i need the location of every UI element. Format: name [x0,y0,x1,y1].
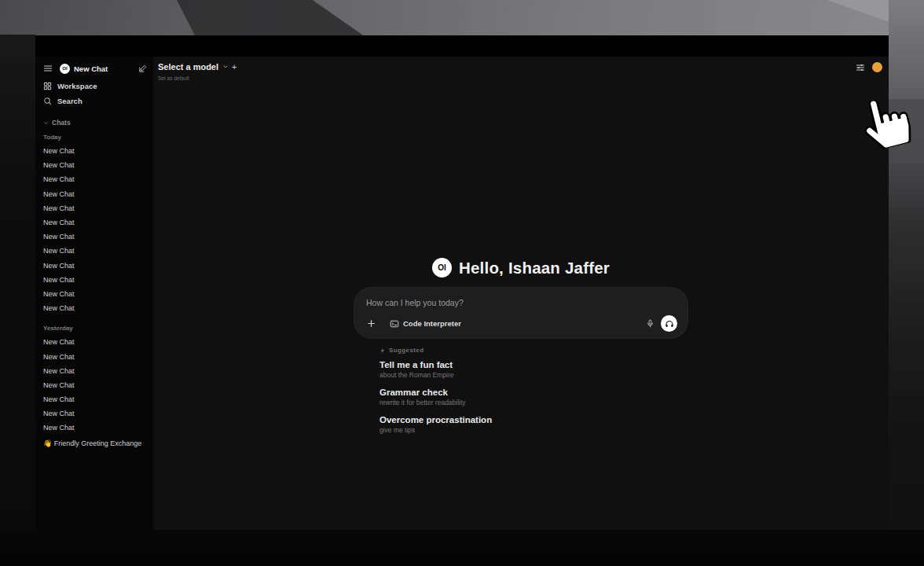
wallpaper-right-strip [889,0,924,566]
suggested-prompts: Tell me a fun fact about the Roman Empir… [380,360,688,434]
microphone-icon[interactable] [646,318,654,329]
section-label-today: Today [43,134,147,144]
chat-item[interactable]: New Chat [43,144,147,158]
app-logo: OI [60,64,70,74]
center-column: OI Hello, Ishaan Jaffer Code Inter [354,258,688,443]
suggested-label: Suggested [389,347,424,354]
new-chat-icon[interactable] [138,64,147,73]
model-selector-label: Select a model [158,62,218,72]
chevron-down-icon [43,120,49,126]
set-default-link[interactable]: Set as default [158,75,189,81]
attach-plus-icon[interactable] [366,318,376,329]
message-input[interactable] [366,298,677,307]
prompt-subtitle: give me tips [380,426,688,434]
headphones-icon [665,319,674,329]
suggested-prompt[interactable]: Overcome procrastination give me tips [380,415,688,434]
sidebar-header: OI New Chat [43,61,147,75]
command-line-icon [390,319,399,329]
wallpaper-left-strip [0,35,35,530]
bolt-icon [380,347,386,354]
chat-item[interactable]: New Chat [43,364,147,378]
workspace-grid-icon [43,82,52,90]
chat-item[interactable]: New Chat [43,215,147,230]
chat-item[interactable]: New Chat [43,244,147,258]
chat-item[interactable]: New Chat [43,392,147,406]
greeting-logo: OI [432,258,452,277]
sidebar-title: New Chat [74,64,108,73]
chat-item[interactable]: New Chat [43,301,147,315]
sidebar-item-search[interactable]: Search [43,94,147,108]
workspace-label: Workspace [57,82,97,90]
model-selector-button[interactable]: Select a model [158,62,229,72]
code-interpreter-toggle[interactable]: Code Interpreter [390,319,461,329]
window-titlebar [35,35,889,57]
chevron-down-icon [222,64,229,70]
sidebar: OI New Chat Workspace Search [35,57,153,530]
chat-item[interactable]: New Chat [43,349,147,363]
chat-list-today: New ChatNew ChatNew ChatNew ChatNew Chat… [43,144,147,315]
desktop-background: OI New Chat Workspace Search [0,0,924,566]
chat-item[interactable]: New Chat [43,158,147,172]
voice-mode-button[interactable] [661,315,677,332]
prompt-title: Overcome procrastination [380,415,688,424]
chat-item-friendly-greeting[interactable]: 👋 Friendly Greeting Exchange [43,436,147,450]
chat-item[interactable]: New Chat [43,273,147,287]
suggested-prompt[interactable]: Grammar check rewrite it for better read… [380,388,688,406]
sidebar-item-workspace[interactable]: Workspace [43,79,147,94]
add-model-button[interactable]: + [232,62,236,72]
chat-item[interactable]: New Chat [43,230,147,244]
suggested-prompt[interactable]: Tell me a fun fact about the Roman Empir… [380,360,688,379]
chat-controls-icon[interactable] [856,63,865,72]
main-topbar: Select a model + [153,57,889,83]
chats-label: Chats [52,119,71,127]
code-interpreter-label: Code Interpreter [403,319,461,328]
wallpaper-bottom-strip [0,530,924,566]
named-chat-list: 👋 Friendly Greeting Exchange [43,436,147,450]
chats-section-header[interactable]: Chats [43,119,147,127]
suggested-header: Suggested [380,347,688,354]
wallpaper-top-band [0,0,924,37]
chat-item[interactable]: New Chat [43,421,147,435]
chat-list-yesterday: New ChatNew ChatNew ChatNew ChatNew Chat… [43,335,147,435]
chat-item[interactable]: New Chat [43,201,147,215]
chat-item[interactable]: New Chat [43,406,147,421]
prompt-subtitle: about the Roman Empire [380,371,688,379]
greeting-text: Hello, Ishaan Jaffer [459,259,610,277]
chat-item[interactable]: New Chat [43,335,147,349]
prompt-title: Grammar check [380,388,688,397]
input-toolbar: Code Interpreter [366,315,677,332]
user-avatar[interactable] [872,62,882,72]
topbar-right-controls [856,62,882,72]
chat-item[interactable]: New Chat [43,187,147,201]
suggested-section: Suggested Tell me a fun fact about the R… [354,347,688,434]
search-label: Search [57,97,82,105]
chat-item[interactable]: New Chat [43,378,147,392]
chat-item[interactable]: New Chat [43,172,147,186]
prompt-subtitle: rewrite it for better readability [380,399,688,406]
section-label-yesterday: Yesterday [43,325,147,335]
wallpaper-right-square [889,99,924,164]
message-input-card: Code Interpreter [354,288,688,338]
app-window: OI New Chat Workspace Search [35,35,889,530]
chat-item[interactable]: New Chat [43,259,147,273]
sidebar-toggle-icon[interactable] [43,64,53,73]
main-area: Select a model + Set as default OI [153,57,889,530]
greeting-row: OI Hello, Ishaan Jaffer [354,258,688,277]
search-icon [43,97,52,105]
prompt-title: Tell me a fun fact [380,360,688,369]
chat-item[interactable]: New Chat [43,287,147,301]
